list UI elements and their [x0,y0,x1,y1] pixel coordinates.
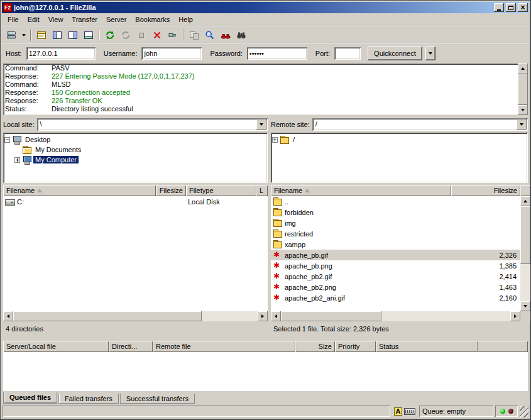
scroll-up-button[interactable] [518,64,528,74]
arrow-up-icon [521,67,525,70]
column-header-filesize[interactable]: Filesize [156,185,186,196]
toggle-transfer-queue-button[interactable] [81,28,96,42]
site-manager-button[interactable] [4,28,19,42]
toggle-message-log-button[interactable] [34,28,49,42]
directory-comparison-button[interactable] [187,28,202,42]
remote-tree[interactable]: / [271,133,528,183]
tab-failed-transfers[interactable]: Failed transfers [58,394,119,404]
minimize-icon [497,9,501,11]
local-site-combo[interactable]: \ [37,118,268,131]
synchronized-browsing-button[interactable] [218,28,233,42]
scroll-left-button[interactable] [271,311,281,321]
local-tree[interactable]: Desktop My Documents My Computer [3,133,268,183]
message-log[interactable]: Command:PASV Response:227 Entering Passi… [3,64,528,115]
tree-item-desktop[interactable]: Desktop [4,135,266,145]
column-header-filename[interactable]: Filename [3,185,156,196]
menu-item-edit[interactable]: Edit [23,14,44,25]
remote-file-row[interactable]: apache_pb2.gif 2,414 [271,271,520,282]
remote-horizontal-scrollbar[interactable] [271,311,530,321]
menu-item-view[interactable]: View [44,14,68,25]
menu-item-file[interactable]: File [3,14,23,25]
remote-file-row[interactable]: apache_pb2.png 1,463 [271,282,520,292]
username-input[interactable] [141,47,202,60]
toggle-remote-tree-button[interactable] [65,28,80,42]
titlebar[interactable]: Fz john@127.0.0.1 - FileZilla [2,2,529,13]
remote-site-dropdown-button[interactable] [517,119,527,130]
scroll-down-button[interactable] [520,301,530,311]
minimize-button[interactable] [494,3,504,12]
refresh-button[interactable] [102,28,118,42]
remote-file-row[interactable]: xampp [271,239,520,250]
menu-item-bookmarks[interactable]: Bookmarks [131,14,174,25]
queue-body[interactable] [3,352,528,391]
remote-file-list: Filename Filesize .. forbidden img [271,185,530,321]
log-line: Status:Directory listing successful [5,105,516,113]
local-site-dropdown-button[interactable] [256,119,266,130]
site-manager-icon [6,30,17,40]
quickconnect-dropdown-button[interactable] [425,47,435,60]
tree-item-root[interactable]: / [272,135,527,145]
find-files-button[interactable] [234,28,249,42]
close-button[interactable] [518,3,528,12]
broken-image-icon [273,272,283,280]
filename-filters-button[interactable] [202,28,217,42]
log-scrollbar[interactable] [518,64,528,115]
column-header-size[interactable]: Size [295,341,335,352]
cancel-button[interactable] [150,28,165,42]
menu-item-server[interactable]: Server [102,14,131,25]
scrollbar-thumb[interactable] [281,311,381,321]
remote-vertical-scrollbar[interactable] [520,196,530,311]
scrollbar-thumb[interactable] [518,74,528,105]
scroll-left-button[interactable] [3,311,13,321]
site-manager-dropdown-button[interactable] [19,28,28,42]
local-horizontal-scrollbar[interactable] [3,311,268,321]
resize-grip[interactable] [520,406,528,417]
toolbar-separator [30,30,31,41]
column-header-remote-file[interactable]: Remote file [153,341,295,352]
remote-file-row[interactable]: img [271,218,520,228]
remote-file-row[interactable]: apache_pb.png 1,385 [271,260,520,271]
menu-item-help[interactable]: Help [174,14,197,25]
toggle-local-tree-button[interactable] [50,28,65,42]
tab-successful-transfers[interactable]: Successful transfers [120,394,195,404]
remote-file-row[interactable]: forbidden [271,207,520,218]
remote-list-body[interactable]: .. forbidden img restricted [271,196,520,311]
column-header-status[interactable]: Status [376,341,478,352]
menu-item-transfer[interactable]: Transfer [67,14,102,25]
column-header-filetype[interactable]: Filetype [186,185,256,196]
column-header-direction[interactable]: Directi... [109,341,153,352]
expand-icon[interactable] [14,157,20,163]
remote-file-row[interactable]: apache_pb.gif 2,326 [271,250,520,260]
column-header-priority[interactable]: Priority [335,341,376,352]
tab-queued-files[interactable]: Queued files [3,392,57,404]
column-header-filename[interactable]: Filename [271,185,451,196]
scroll-down-button[interactable] [518,105,528,115]
remote-site-combo[interactable]: / [312,118,528,131]
column-header-filesize[interactable]: Filesize [451,185,520,196]
local-list-body[interactable]: C: Local Disk [3,196,268,311]
scroll-up-button[interactable] [520,196,530,206]
scroll-right-button[interactable] [258,311,268,321]
column-header-server-local-file[interactable]: Server/Local file [3,341,109,352]
scrollbar-thumb[interactable] [520,206,530,264]
maximize-button[interactable] [506,3,516,12]
quickconnect-button[interactable]: Quickconnect [368,47,422,60]
remote-file-row[interactable]: .. [271,196,520,207]
abort-button[interactable] [134,28,149,42]
disconnect-button[interactable] [165,28,180,42]
remote-file-row[interactable]: apache_pb2_ani.gif 2,160 [271,292,520,303]
collapse-icon[interactable] [4,137,10,143]
column-header-last-modified[interactable]: L [256,185,268,196]
port-input[interactable] [334,47,361,60]
local-file-row[interactable]: C: Local Disk [3,196,268,207]
process-queue-button[interactable] [118,28,133,42]
scroll-right-button[interactable] [510,311,520,321]
password-input[interactable] [247,47,307,60]
local-list-headers: Filename Filesize Filetype L [3,185,268,196]
tree-item-my-computer[interactable]: My Computer [4,155,266,165]
scrollbar-thumb[interactable] [13,311,202,321]
expand-icon[interactable] [272,137,278,143]
remote-file-row[interactable]: restricted [271,228,520,239]
host-input[interactable] [26,47,96,60]
tree-item-my-documents[interactable]: My Documents [4,145,266,155]
